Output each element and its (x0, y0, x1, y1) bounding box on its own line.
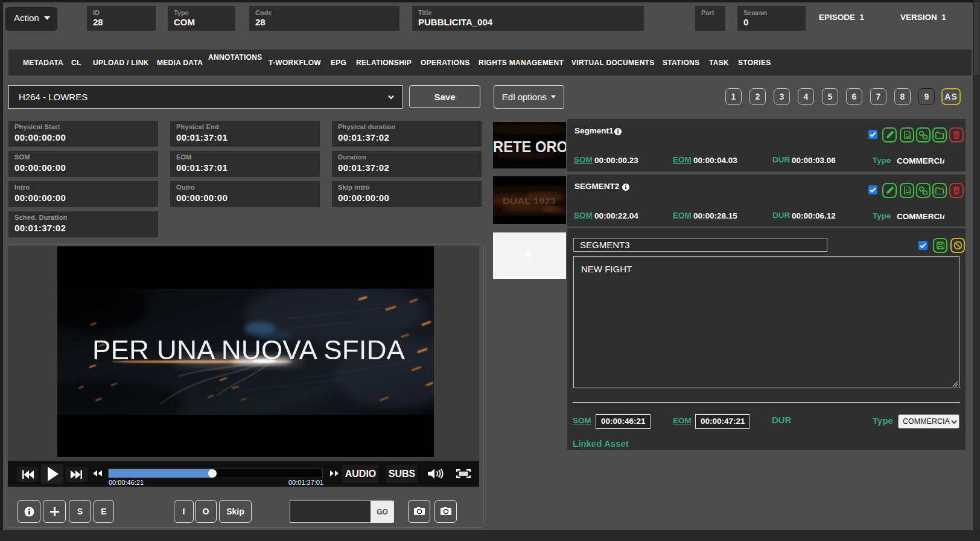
svg-text:PER UNA NUOVA SFIDA: PER UNA NUOVA SFIDA (92, 335, 405, 365)
svg-text:RETE ORO: RETE ORO (493, 138, 566, 156)
svg-text:DUAL 1923: DUAL 1923 (503, 196, 556, 206)
